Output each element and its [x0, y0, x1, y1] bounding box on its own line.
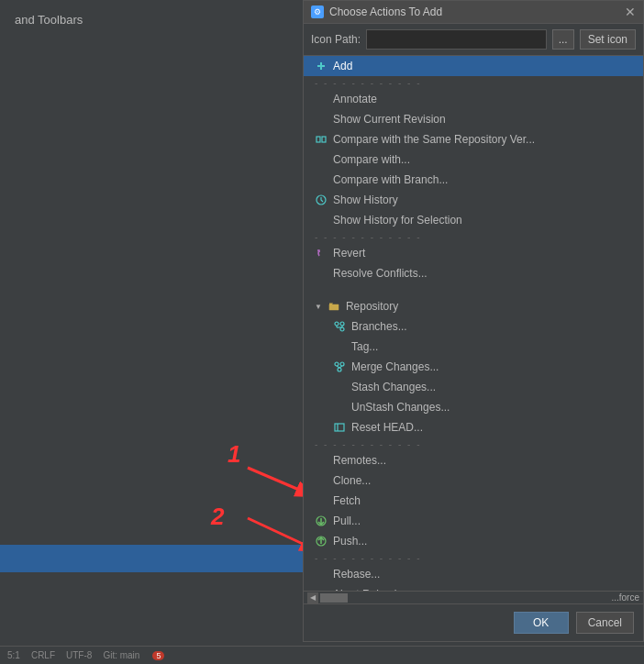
list-item-pull[interactable]: Pull...: [304, 511, 643, 531]
list-item-label: Compare with...: [333, 153, 410, 166]
push-icon: [315, 535, 328, 548]
list-item-rebase[interactable]: Rebase...: [304, 564, 643, 584]
modal-title-text: Choose Actions To Add: [329, 6, 442, 18]
list-item-branches[interactable]: Branches...: [304, 316, 643, 337]
svg-rect-9: [322, 137, 326, 142]
svg-point-11: [335, 322, 339, 326]
list-item-label: Merge Changes...: [351, 360, 439, 373]
svg-line-21: [339, 366, 342, 368]
none-icon: [315, 474, 328, 487]
icon-path-row: Icon Path: ... Set icon: [304, 24, 643, 56]
list-item-stash-changes[interactable]: Stash Changes...: [304, 377, 643, 397]
list-item-label: Show Current Revision: [333, 113, 446, 126]
list-item-push[interactable]: Push...: [304, 531, 643, 551]
none-icon: [315, 267, 328, 280]
list-item-show-history-selection[interactable]: Show History for Selection: [304, 210, 643, 230]
list-item-label: Fetch: [333, 494, 361, 507]
modal-close-button[interactable]: ✕: [625, 6, 636, 18]
list-item-unstash-changes[interactable]: UnStash Changes...: [304, 397, 643, 417]
none-icon: [315, 568, 328, 581]
icon-path-set-button[interactable]: Set icon: [580, 29, 636, 50]
list-item-show-current-revision[interactable]: Show Current Revision: [304, 109, 643, 129]
scroll-left-arrow[interactable]: ◀: [307, 592, 318, 603]
add-icon: [315, 60, 328, 72]
list-item-add[interactable]: Add: [304, 56, 643, 76]
modal-titlebar: ⚙ Choose Actions To Add ✕: [304, 1, 643, 24]
list-item-label: Pull...: [333, 515, 361, 527]
list-item-compare-with[interactable]: Compare with...: [304, 149, 643, 170]
list-item-compare-same-repo[interactable]: Compare with the Same Repository Ver...: [304, 129, 643, 149]
list-item-label: Remotes...: [333, 454, 386, 467]
separator-2: - - - - - - - - - - - -: [304, 230, 643, 243]
cancel-button[interactable]: Cancel: [576, 612, 634, 634]
dialog-icon: ⚙: [311, 6, 324, 18]
none-icon: [315, 494, 328, 507]
svg-rect-8: [316, 137, 320, 142]
none-icon: [333, 401, 346, 414]
list-item-label: Stash Changes...: [351, 381, 436, 393]
svg-point-19: [338, 368, 341, 371]
none-icon: [315, 93, 328, 105]
list-item-resolve-conflicts[interactable]: Resolve Conflicts...: [304, 263, 643, 283]
list-item-revert[interactable]: Revert: [304, 243, 643, 263]
pull-icon: [315, 515, 328, 527]
list-item-repository-group[interactable]: ▼ Repository: [304, 296, 643, 316]
reset-icon: [333, 421, 346, 434]
icon-path-browse-button[interactable]: ...: [552, 29, 574, 50]
status-git: Git: main: [103, 650, 139, 660]
list-item-compare-branch[interactable]: Compare with Branch...: [304, 170, 643, 190]
status-encoding: UTF-8: [66, 650, 92, 660]
list-item-abort-rebasing[interactable]: Abort Rebasing: [304, 584, 643, 591]
modal-title: ⚙ Choose Actions To Add: [311, 6, 442, 18]
scroll-text: ...force: [611, 592, 639, 603]
svg-point-18: [340, 362, 344, 366]
list-item-tag[interactable]: Tag...: [304, 337, 643, 357]
list-item-fetch[interactable]: Fetch: [304, 491, 643, 511]
list-item-reset-head[interactable]: Reset HEAD...: [304, 417, 643, 437]
list-item-annotate[interactable]: Annotate: [304, 89, 643, 109]
history-icon: [315, 194, 328, 206]
icon-path-input[interactable]: [366, 29, 547, 50]
list-item-label: Rebase...: [333, 568, 380, 581]
none-icon: [315, 454, 328, 467]
list-item-show-history[interactable]: Show History: [304, 190, 643, 210]
separator-1: - - - - - - - - - - - -: [304, 76, 643, 89]
none-icon: [315, 153, 328, 166]
list-item-clone[interactable]: Clone...: [304, 470, 643, 491]
list-item-label: Show History for Selection: [333, 214, 462, 227]
svg-line-20: [337, 366, 339, 368]
list-item-label: Revert: [333, 247, 365, 260]
svg-rect-22: [335, 424, 344, 431]
list-item-label: Show History: [333, 194, 398, 206]
separator-5: - - - - - - - - - - - -: [304, 551, 643, 564]
ok-button[interactable]: OK: [514, 612, 569, 634]
list-item-remotes[interactable]: Remotes...: [304, 450, 643, 470]
left-panel-title: and Toolbars: [15, 13, 83, 27]
annotation-number-2: 2: [211, 503, 224, 531]
icon-path-label: Icon Path:: [311, 33, 361, 46]
list-item-merge-changes[interactable]: Merge Changes...: [304, 357, 643, 377]
list-item-label: Reset HEAD...: [351, 421, 423, 434]
separator-3: [304, 283, 643, 296]
status-bar: 5:1 CRLF UTF-8 Git: main 5: [0, 646, 644, 664]
triangle-icon: ▼: [315, 303, 322, 311]
svg-point-12: [340, 327, 344, 331]
list-item-label: Repository: [346, 300, 398, 313]
status-line-ending: CRLF: [31, 650, 55, 660]
list-item-label: Add: [333, 60, 352, 72]
horizontal-scrollbar[interactable]: ◀ ...force: [304, 591, 643, 603]
list-item-label: Annotate: [333, 93, 377, 105]
compare-icon: [315, 133, 328, 146]
none-icon: [315, 214, 328, 227]
list-item-label: UnStash Changes...: [351, 401, 450, 414]
svg-point-17: [335, 362, 339, 366]
revert-icon: [315, 247, 328, 260]
status-cursor-position: 5:1: [7, 650, 20, 660]
none-icon: [315, 113, 328, 126]
left-panel: and Toolbars: [0, 0, 303, 664]
actions-list[interactable]: Add - - - - - - - - - - - - Annotate Sho…: [304, 56, 643, 591]
branch-icon: [333, 320, 346, 333]
scroll-thumb[interactable]: [320, 593, 348, 603]
list-item-label: Compare with the Same Repository Ver...: [333, 133, 535, 146]
list-item-label: Compare with Branch...: [333, 173, 448, 186]
